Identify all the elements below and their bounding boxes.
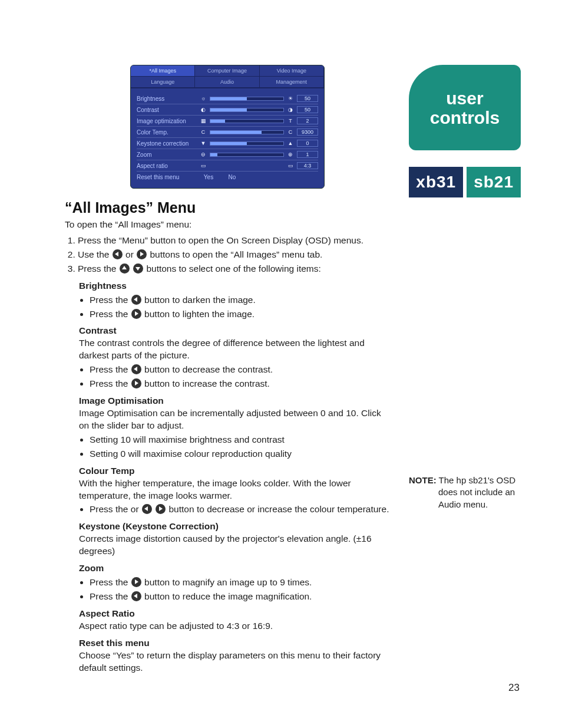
osd-row-keystone: Keystone correction ▼ ▲ 0 (137, 138, 318, 149)
arrow-right-icon (156, 504, 166, 514)
section-aspect-desc: Aspect ratio type can be adjusted to 4:3… (79, 620, 390, 633)
keystone-up-icon: ▲ (286, 140, 295, 146)
osd-label: Zoom (137, 151, 197, 158)
arrow-left-icon (131, 364, 141, 374)
sun-bright-icon: ☀ (286, 95, 295, 101)
list-item: Press the or button to decrease or incre… (90, 503, 390, 516)
text: Press the (90, 577, 131, 587)
osd-slider (210, 153, 284, 157)
arrow-down-icon (133, 263, 143, 274)
arrow-right-icon (131, 577, 141, 587)
text: button to lighten the image. (142, 309, 254, 319)
osd-row-brightness: Brightness ☼ ☀ 50 (137, 93, 318, 104)
osd-tab-management: Management (260, 77, 324, 88)
text: button to darken the image. (142, 295, 256, 305)
model-badges: xb31 sb21 (409, 167, 521, 197)
section-badge: user controls (409, 65, 521, 150)
step-1: Press the “Menu” button to open the On S… (78, 235, 390, 247)
badge-line1: user (446, 88, 483, 108)
step-text: buttons to open the “All Images” menu ta… (147, 249, 322, 259)
zoom-out-icon: ⊖ (199, 151, 207, 157)
section-reset-desc: Choose “Yes” to return the display param… (79, 650, 390, 674)
osd-row-aspect: Aspect ratio ▭ ▭ 4:3 (137, 160, 318, 172)
osd-top-tabs: *All Images Computer Image Video Image (131, 65, 324, 77)
text: Press the (90, 309, 131, 319)
section-ctemp-title: Colour Temp (79, 465, 390, 477)
osd-label: Color Temp. (137, 129, 197, 136)
section-imgopt-title: Image Optimisation (79, 395, 390, 407)
text: button to reduce the image magnification… (142, 591, 312, 601)
text-icon: T (286, 118, 295, 124)
list-item: Press the button to increase the contras… (90, 378, 390, 390)
sun-dim-icon: ☼ (199, 95, 207, 101)
osd-reset-no: No (220, 174, 244, 180)
list-item: Press the button to lighten the image. (90, 308, 390, 321)
page-title: “All Images” Menu (65, 199, 390, 216)
osd-slider (210, 141, 284, 146)
aspect-wide-icon: ▭ (286, 163, 295, 169)
osd-tab-all-images: *All Images (131, 65, 195, 77)
text: Press the or (90, 504, 141, 514)
note-text: does not include an (409, 486, 521, 498)
step-text: or (123, 249, 136, 259)
section-reset-title: Reset this menu (79, 637, 390, 650)
section-keystone-title: Keystone (Keystone Correction) (79, 521, 390, 533)
text: Press the (90, 364, 131, 374)
arrow-up-icon (120, 263, 130, 274)
text: button to increase the contrast. (142, 378, 270, 388)
arrow-right-icon (131, 309, 141, 319)
step-text: Press the “Menu” button to open the On S… (78, 235, 363, 245)
osd-label: Brightness (137, 95, 197, 102)
text: button to decrease the contrast. (142, 364, 273, 374)
osd-tab-language: Language (131, 77, 195, 88)
section-contrast-desc: The contrast controls the degree of diff… (79, 337, 390, 362)
zoom-in-icon: ⊕ (286, 151, 295, 157)
steps-list: Press the “Menu” button to open the On S… (65, 235, 390, 275)
note-text: Audio menu. (409, 499, 521, 510)
arrow-right-icon (131, 378, 141, 388)
osd-value: 2 (297, 117, 318, 124)
contrast-high-icon: ◑ (286, 107, 295, 113)
arrow-left-icon (142, 504, 152, 514)
osd-value: 1 (297, 151, 318, 158)
osd-tab-computer-image: Computer Image (195, 65, 259, 77)
osd-value: 50 (297, 106, 318, 113)
text: Press the (90, 295, 131, 305)
arrow-right-icon (137, 249, 147, 259)
section-zoom-title: Zoom (79, 562, 390, 575)
osd-value: 9300 (297, 129, 318, 136)
osd-row-reset: Reset this menu Yes No (137, 172, 318, 182)
osd-row-contrast: Contrast ◐ ◑ 50 (137, 104, 318, 116)
step-2: Use the or buttons to open the “All Imag… (78, 249, 390, 261)
section-ctemp-desc: With the higher temperature, the image l… (79, 477, 390, 502)
cold-icon: C (199, 129, 207, 135)
step-text: buttons to select one of the following i… (144, 263, 321, 274)
osd-tab-video-image: Video Image (260, 65, 324, 77)
osd-reset-yes: Yes (197, 174, 220, 180)
step-3: Press the buttons to select one of the f… (78, 263, 390, 275)
osd-slider (210, 97, 284, 101)
osd-slider (210, 108, 284, 112)
list-item: Press the button to magnify an image up … (90, 577, 390, 589)
osd-row-image-opt: Image optimization ▦ T 2 (137, 116, 318, 127)
section-brightness-title: Brightness (79, 280, 390, 292)
section-contrast-title: Contrast (79, 325, 390, 337)
section-aspect-title: Aspect Ratio (79, 608, 390, 620)
osd-label: Keystone correction (137, 140, 197, 147)
note-block: NOTE: The hp sb21's OSD does not include… (409, 475, 521, 510)
model-xb31: xb31 (409, 167, 463, 197)
text: button to magnify an image up to 9 times… (142, 577, 312, 587)
note-text: The hp sb21's OSD (439, 475, 515, 485)
list-item: Setting 0 will maximise colour reproduct… (90, 448, 390, 460)
osd-value: 50 (297, 95, 318, 102)
arrow-left-icon (113, 249, 123, 259)
osd-label: Reset this menu (137, 174, 197, 180)
keystone-down-icon: ▼ (199, 140, 207, 146)
osd-slider (210, 130, 284, 134)
osd-body: Brightness ☼ ☀ 50 Contrast ◐ ◑ 50 (131, 88, 324, 188)
osd-tab-audio: Audio (195, 77, 259, 88)
osd-value: 4:3 (297, 162, 318, 169)
arrow-left-icon (131, 295, 141, 305)
list-item: Press the button to reduce the image mag… (90, 591, 390, 603)
osd-sub-tabs: Language Audio Management (131, 77, 324, 88)
